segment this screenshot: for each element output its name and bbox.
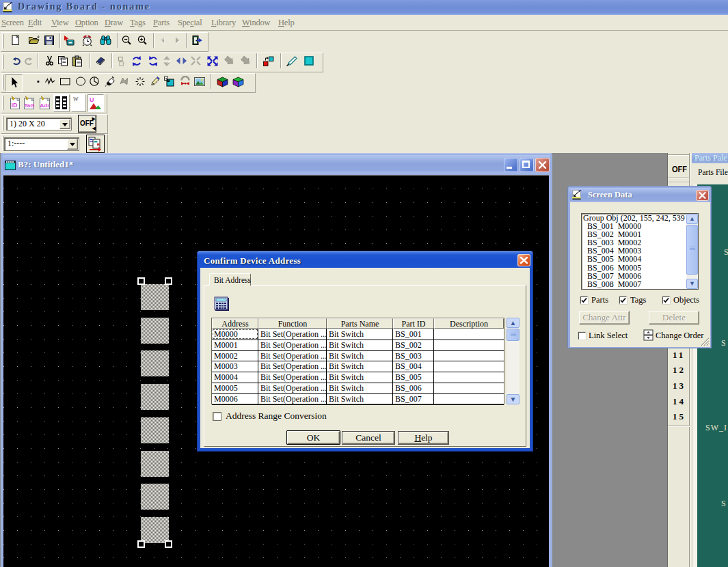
svg-text:ID: ID <box>12 102 18 109</box>
svg-text:TaG: TaG <box>25 102 35 109</box>
svg-text:U: U <box>90 96 94 103</box>
svg-text:W: W <box>73 96 79 102</box>
svg-text:Adr: Adr <box>40 102 50 109</box>
